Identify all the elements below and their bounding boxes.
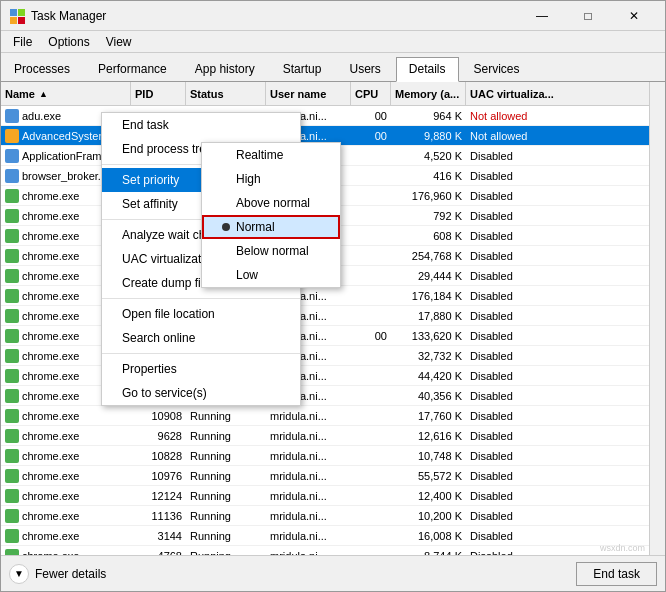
cell-name: chrome.exe <box>1 549 131 556</box>
table-row[interactable]: chrome.exe 3144 Running mridula.ni... 16… <box>1 526 665 546</box>
table-row[interactable]: chrome.exe 11136 Running mridula.ni... 1… <box>1 506 665 526</box>
end-task-button[interactable]: End task <box>576 562 657 586</box>
cell-pid: 10828 <box>131 450 186 462</box>
ctx-open-file-location[interactable]: Open file location <box>102 302 300 326</box>
cell-status: Running <box>186 410 266 422</box>
col-uac[interactable]: UAC virtualiza... <box>466 82 665 105</box>
tab-app-history[interactable]: App history <box>182 57 268 81</box>
table-row[interactable]: chrome.exe 10976 Running mridula.ni... 5… <box>1 466 665 486</box>
table-header: Name ▲ PID Status User name CPU Memory (… <box>1 82 665 106</box>
cell-uac: Disabled <box>466 390 665 402</box>
col-status[interactable]: Status <box>186 82 266 105</box>
cell-name: chrome.exe <box>1 509 131 523</box>
process-table-container: Name ▲ PID Status User name CPU Memory (… <box>1 82 665 555</box>
ctx-sep-4 <box>102 353 300 354</box>
cell-memory: 12,616 K <box>391 430 466 442</box>
cell-uac: Not allowed <box>466 110 665 122</box>
ctx-end-task[interactable]: End task <box>102 113 300 137</box>
table-row[interactable]: chrome.exe 10828 Running mridula.ni... 1… <box>1 446 665 466</box>
table-row[interactable]: chrome.exe 4768 Running mridula.ni... 8,… <box>1 546 665 555</box>
minimize-button[interactable]: — <box>519 1 565 31</box>
process-icon <box>5 329 19 343</box>
cell-pid: 12124 <box>131 490 186 502</box>
maximize-button[interactable]: □ <box>565 1 611 31</box>
ctx-search-online[interactable]: Search online <box>102 326 300 350</box>
cell-memory: 176,184 K <box>391 290 466 302</box>
priority-normal[interactable]: Normal <box>202 215 340 239</box>
cell-memory: 254,768 K <box>391 250 466 262</box>
priority-low[interactable]: Low <box>202 263 340 287</box>
cell-uac: Disabled <box>466 270 665 282</box>
cell-name: chrome.exe <box>1 449 131 463</box>
ctx-sep-3 <box>102 298 300 299</box>
watermark: wsxdn.com <box>600 543 645 553</box>
cell-uac: Disabled <box>466 190 665 202</box>
svg-rect-3 <box>18 17 25 24</box>
cell-memory: 792 K <box>391 210 466 222</box>
tab-users[interactable]: Users <box>336 57 393 81</box>
cell-username: mridula.ni... <box>266 490 351 502</box>
close-button[interactable]: ✕ <box>611 1 657 31</box>
process-icon <box>5 249 19 263</box>
priority-above-normal[interactable]: Above normal <box>202 191 340 215</box>
window-title: Task Manager <box>31 9 519 23</box>
tab-services[interactable]: Services <box>461 57 533 81</box>
bottom-bar: ▼ Fewer details End task <box>1 555 665 591</box>
process-icon <box>5 209 19 223</box>
task-manager-window: Task Manager — □ ✕ File Options View Pro… <box>0 0 666 592</box>
cell-memory: 17,880 K <box>391 310 466 322</box>
table-row[interactable]: chrome.exe 10908 Running mridula.ni... 1… <box>1 406 665 426</box>
cell-status: Running <box>186 530 266 542</box>
cell-memory: 10,200 K <box>391 510 466 522</box>
menu-file[interactable]: File <box>5 33 40 51</box>
cell-memory: 964 K <box>391 110 466 122</box>
scrollbar[interactable] <box>649 82 665 555</box>
cell-memory: 416 K <box>391 170 466 182</box>
table-row[interactable]: chrome.exe 9628 Running mridula.ni... 12… <box>1 426 665 446</box>
tab-startup[interactable]: Startup <box>270 57 335 81</box>
process-icon <box>5 289 19 303</box>
col-pid[interactable]: PID <box>131 82 186 105</box>
cell-pid: 4768 <box>131 550 186 556</box>
process-icon <box>5 149 19 163</box>
tab-processes[interactable]: Processes <box>1 57 83 81</box>
cell-uac: Disabled <box>466 310 665 322</box>
title-bar: Task Manager — □ ✕ <box>1 1 665 31</box>
ctx-properties[interactable]: Properties <box>102 357 300 381</box>
svg-rect-2 <box>10 17 17 24</box>
table-row[interactable]: chrome.exe 12124 Running mridula.ni... 1… <box>1 486 665 506</box>
menu-options[interactable]: Options <box>40 33 97 51</box>
priority-realtime[interactable]: Realtime <box>202 143 340 167</box>
col-username[interactable]: User name <box>266 82 351 105</box>
process-icon <box>5 129 19 143</box>
cell-uac: Disabled <box>466 370 665 382</box>
cell-memory: 608 K <box>391 230 466 242</box>
cell-cpu: 00 <box>351 110 391 122</box>
process-icon <box>5 529 19 543</box>
tab-details[interactable]: Details <box>396 57 459 82</box>
priority-below-normal[interactable]: Below normal <box>202 239 340 263</box>
col-name[interactable]: Name ▲ <box>1 82 131 105</box>
window-controls: — □ ✕ <box>519 1 657 31</box>
cell-name: chrome.exe <box>1 529 131 543</box>
cell-memory: 4,520 K <box>391 150 466 162</box>
cell-uac: Disabled <box>466 210 665 222</box>
cell-name: chrome.exe <box>1 429 131 443</box>
cell-memory: 29,444 K <box>391 270 466 282</box>
priority-high[interactable]: High <box>202 167 340 191</box>
cell-status: Running <box>186 430 266 442</box>
process-icon <box>5 429 19 443</box>
cell-pid: 3144 <box>131 530 186 542</box>
cell-username: mridula.ni... <box>266 470 351 482</box>
process-icon <box>5 269 19 283</box>
fewer-details-button[interactable]: ▼ Fewer details <box>9 564 106 584</box>
col-memory[interactable]: Memory (a... <box>391 82 466 105</box>
menu-view[interactable]: View <box>98 33 140 51</box>
cell-memory: 32,732 K <box>391 350 466 362</box>
ctx-go-to-services[interactable]: Go to service(s) <box>102 381 300 405</box>
cell-status: Running <box>186 470 266 482</box>
cell-uac: Disabled <box>466 170 665 182</box>
tab-performance[interactable]: Performance <box>85 57 180 81</box>
cell-memory: 40,356 K <box>391 390 466 402</box>
col-cpu[interactable]: CPU <box>351 82 391 105</box>
